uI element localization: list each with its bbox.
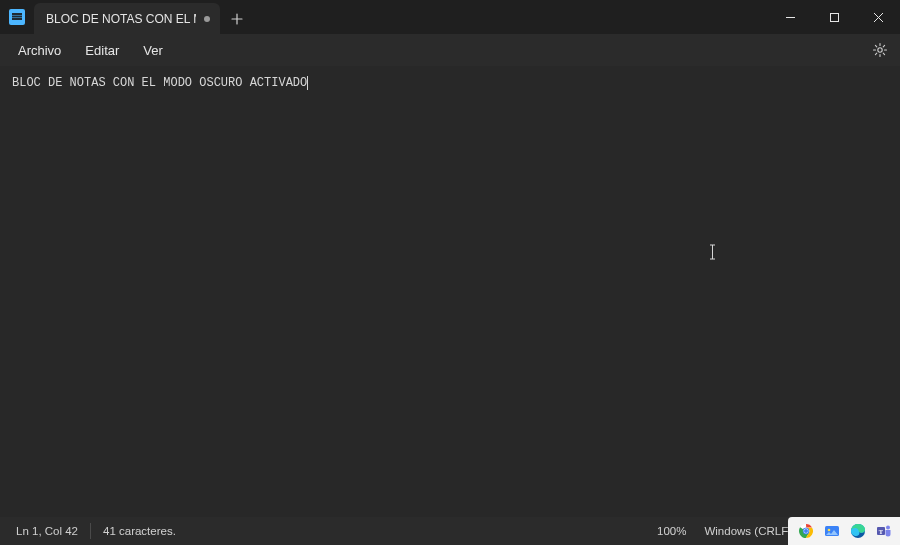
titlebar-drag-area[interactable] bbox=[254, 0, 768, 34]
editor-content: BLOC DE NOTAS CON EL MODO OSCURO ACTIVAD… bbox=[12, 76, 307, 90]
plus-icon bbox=[231, 13, 243, 25]
app-icon-button[interactable] bbox=[0, 0, 34, 34]
taskbar-tray: T bbox=[788, 517, 900, 545]
unsaved-indicator-icon bbox=[204, 16, 210, 22]
new-tab-button[interactable] bbox=[220, 3, 254, 34]
svg-point-12 bbox=[886, 526, 890, 530]
menu-file[interactable]: Archivo bbox=[6, 39, 73, 62]
svg-point-8 bbox=[828, 529, 831, 532]
window-controls bbox=[768, 0, 900, 34]
edge-icon[interactable] bbox=[850, 523, 866, 539]
menubar: Archivo Editar Ver bbox=[0, 34, 900, 66]
maximize-button[interactable] bbox=[812, 0, 856, 34]
svg-point-6 bbox=[804, 529, 808, 533]
ibeam-cursor-icon bbox=[708, 244, 717, 260]
menu-edit[interactable]: Editar bbox=[73, 39, 131, 62]
chrome-icon[interactable] bbox=[798, 523, 814, 539]
gear-icon bbox=[872, 42, 888, 58]
minimize-button[interactable] bbox=[768, 0, 812, 34]
notepad-window: BLOC DE NOTAS CON EL MODO OS Archivo Edi… bbox=[0, 0, 900, 545]
document-tab[interactable]: BLOC DE NOTAS CON EL MODO OS bbox=[34, 3, 220, 34]
text-caret-icon bbox=[307, 76, 308, 90]
photos-icon[interactable] bbox=[824, 523, 840, 539]
close-icon bbox=[873, 12, 884, 23]
close-button[interactable] bbox=[856, 0, 900, 34]
status-char-count: 41 caracteres. bbox=[103, 525, 176, 537]
notepad-icon bbox=[9, 9, 25, 25]
text-editor[interactable]: BLOC DE NOTAS CON EL MODO OSCURO ACTIVAD… bbox=[0, 66, 900, 517]
titlebar: BLOC DE NOTAS CON EL MODO OS bbox=[0, 0, 900, 34]
teams-icon[interactable]: T bbox=[876, 523, 892, 539]
svg-point-1 bbox=[878, 48, 882, 52]
tab-title: BLOC DE NOTAS CON EL MODO OS bbox=[46, 12, 196, 26]
minimize-icon bbox=[785, 12, 796, 23]
status-position: Ln 1, Col 42 bbox=[16, 525, 78, 537]
svg-rect-0 bbox=[830, 13, 838, 21]
svg-text:T: T bbox=[879, 528, 884, 535]
settings-button[interactable] bbox=[866, 36, 894, 64]
status-separator bbox=[90, 523, 91, 539]
status-zoom[interactable]: 100% bbox=[639, 525, 704, 537]
menu-view[interactable]: Ver bbox=[131, 39, 175, 62]
statusbar: Ln 1, Col 42 41 caracteres. 100% Windows… bbox=[0, 517, 900, 545]
maximize-icon bbox=[829, 12, 840, 23]
